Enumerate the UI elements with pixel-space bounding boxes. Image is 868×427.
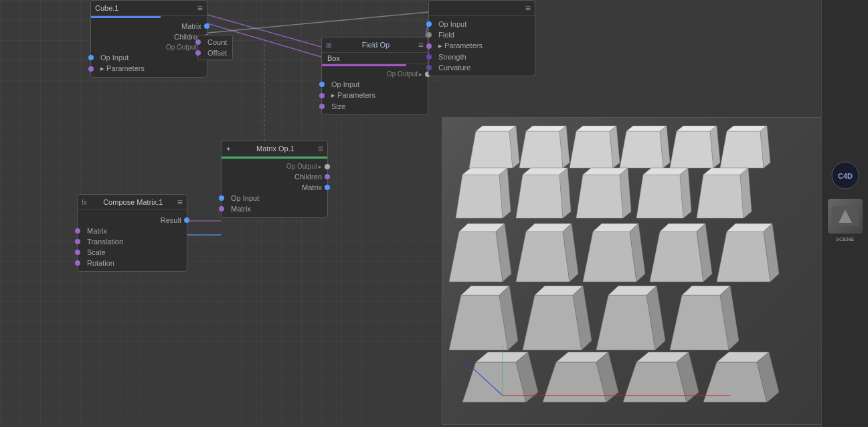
matrix-op-children-label: Children (294, 173, 322, 181)
cube-node-body: Matrix Children Op Output ▸ Op Input ▸ P… (91, 18, 207, 77)
compose-matrix-in-port[interactable] (75, 228, 80, 234)
svg-marker-26 (727, 126, 767, 131)
right-curvature-label: Curvature (438, 64, 470, 72)
count-offset-node: Count Offset (197, 35, 233, 60)
matrix-op-output-label: Op Output (286, 163, 317, 170)
matrix-op-matrix-out: Matrix (222, 182, 327, 193)
svg-marker-17 (576, 126, 616, 131)
matrix-op-icon: ✦ (226, 145, 231, 153)
right-params-port[interactable] (426, 44, 432, 49)
svg-marker-34 (576, 175, 623, 218)
right-op-input-port[interactable] (426, 21, 432, 27)
offset-label: Offset (207, 49, 227, 57)
cube-parameters-label: ▸ Parameters (100, 64, 145, 73)
svg-marker-73 (543, 362, 606, 402)
right-top-header: ≡ (429, 1, 535, 16)
cube-node-header: Cube.1 ≡ (91, 1, 207, 16)
compose-result-label: Result (161, 216, 181, 224)
compose-result-port[interactable] (184, 218, 189, 223)
count-row: Count (198, 37, 232, 48)
field-op-params-port[interactable] (319, 93, 325, 98)
compose-matrix-node: fx Compose Matrix.1 ≡ Result Matrix Tran… (77, 194, 187, 272)
cube-node-menu[interactable]: ≡ (197, 3, 203, 13)
compose-translation-port[interactable] (75, 239, 80, 244)
right-field-row: Field (429, 29, 535, 40)
c4d-logo-area: C4D (831, 161, 860, 192)
right-top-body: Op Input Field ▸ Parameters Strength Cur… (429, 16, 535, 76)
field-op-subtitle-row: Box (322, 53, 428, 64)
matrix-op-matrix-in: Matrix (222, 203, 327, 214)
3d-viewport[interactable] (442, 117, 823, 425)
right-params-label: ▸ Parameters (438, 41, 483, 50)
offset-row: Offset (198, 48, 232, 58)
right-curvature-port[interactable] (426, 65, 432, 70)
c4d-logo: C4D (831, 161, 860, 190)
cube-op-output-row: Op Output ▸ (91, 42, 207, 52)
right-field-port[interactable] (426, 32, 432, 37)
right-curvature-row: Curvature (429, 62, 535, 73)
svg-marker-76 (623, 362, 687, 402)
field-op-output-label: Op Output (387, 70, 418, 78)
cube-node: Cube.1 ≡ Matrix Children Op Output ▸ Op … (90, 0, 207, 78)
cube-matrix-port[interactable] (204, 23, 209, 29)
svg-marker-61 (523, 295, 582, 350)
compose-matrix-menu[interactable]: ≡ (177, 197, 183, 207)
svg-marker-79 (703, 362, 767, 402)
viewport-3d-scene (449, 118, 810, 406)
cube-op-input-label: Op Input (100, 54, 128, 62)
field-op-size-port[interactable] (319, 104, 325, 109)
matrix-op-output-port[interactable] (325, 164, 330, 169)
right-top-menu[interactable]: ≡ (525, 3, 531, 13)
field-op-input-row: Op Input (322, 79, 428, 90)
compose-matrix-body: Result Matrix Translation Scale Rotation (78, 212, 187, 271)
field-op-subtitle: Box (327, 54, 340, 62)
field-op-title: Field Op (362, 41, 390, 49)
matrix-op-matrix-in-port[interactable] (219, 206, 224, 211)
right-top-node: ≡ Op Input Field ▸ Parameters Strength C… (428, 0, 535, 76)
cube-parameters-port[interactable] (88, 66, 94, 72)
field-op-menu[interactable]: ≡ (418, 39, 424, 50)
svg-marker-11 (476, 126, 516, 131)
count-port[interactable] (195, 39, 201, 45)
scene-thumbnail[interactable] (828, 199, 863, 234)
matrix-op-input-port[interactable] (219, 195, 224, 201)
matrix-op-input-label: Op Input (231, 194, 259, 202)
compose-rotation-label: Rotation (87, 259, 114, 267)
cube-matrix-output: Matrix (91, 21, 207, 31)
matrix-op-matrix-port[interactable] (325, 185, 330, 190)
compose-scale-port[interactable] (75, 250, 80, 255)
cube-op-input-port[interactable] (88, 55, 94, 60)
field-op-input-port[interactable] (319, 82, 325, 87)
offset-port[interactable] (195, 50, 201, 56)
compose-translation-label: Translation (87, 238, 123, 246)
compose-rotation-port[interactable] (75, 260, 80, 266)
field-op-body: Op Output ▸ Op Input ▸ Parameters Size (322, 66, 428, 114)
cube-children-output: Children (91, 31, 207, 42)
scene-label: SCENE (836, 236, 855, 242)
right-params-row: ▸ Parameters (429, 40, 535, 52)
scene-preview-icon (832, 206, 859, 226)
field-op-size-label: Size (331, 102, 345, 110)
matrix-op-output-row: Op Output ▸ (222, 161, 327, 171)
right-strength-row: Strength (429, 52, 535, 62)
cube-op-input-row: Op Input (91, 52, 207, 63)
svg-marker-49 (583, 232, 636, 282)
matrix-op-node: ✦ Matrix Op.1 ≡ Op Output ▸ Children Mat… (221, 141, 328, 218)
matrix-op-matrix-in-label: Matrix (231, 205, 251, 213)
field-op-input-label: Op Input (331, 80, 359, 88)
right-strength-port[interactable] (426, 54, 432, 60)
svg-marker-43 (449, 232, 503, 282)
field-op-header: ⊞ Field Op ≡ (322, 37, 428, 53)
matrix-op-children-port[interactable] (325, 174, 330, 179)
compose-result-out: Result (78, 215, 187, 226)
matrix-op-title: Matrix Op.1 (256, 145, 294, 153)
svg-marker-31 (516, 175, 563, 218)
matrix-op-header: ✦ Matrix Op.1 ≡ (222, 141, 327, 157)
svg-marker-40 (697, 175, 744, 218)
svg-marker-13 (519, 131, 563, 168)
matrix-op-menu[interactable]: ≡ (318, 143, 323, 154)
svg-marker-10 (469, 131, 513, 168)
matrix-op-matrix-label: Matrix (302, 183, 322, 191)
svg-marker-20 (626, 126, 667, 131)
svg-marker-37 (636, 175, 683, 218)
